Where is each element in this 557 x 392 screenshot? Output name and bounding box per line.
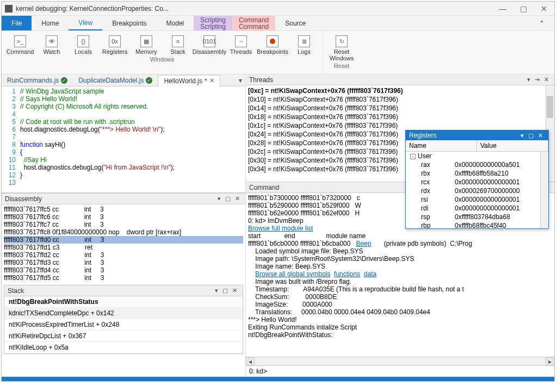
register-row[interactable]: rsi0x0000000000000001 [406, 195, 548, 204]
code-editor[interactable]: 1// WinDbg JavaScript sample 2// Says He… [2, 86, 245, 193]
disassembly-row[interactable]: fffff803`7617ffd0 cc int 3 [4, 236, 243, 244]
menu-file[interactable]: File [2, 16, 32, 30]
panel-close-button[interactable]: ✕ [542, 76, 551, 83]
horizontal-scrollbar[interactable]: ◂ ▸ [246, 357, 554, 365]
disassembly-row[interactable]: fffff803`7617ffc5 cc int 3 [4, 206, 243, 213]
col-name[interactable]: Name [406, 140, 477, 151]
register-row[interactable]: rax0x000000000000a501 [406, 160, 548, 169]
register-row[interactable]: rbp0xffffb68ffbc45f40 [406, 221, 548, 228]
panel-close-button[interactable]: ✕ [233, 195, 242, 202]
ribbon-group-reset: Reset [323, 63, 360, 71]
scroll-left-button[interactable]: ◂ [246, 357, 255, 365]
window-controls: — ▢ ✕ [496, 4, 551, 13]
stack-row[interactable]: nt!KiProcessExpiredTimerList + 0x248 [4, 319, 243, 331]
tab-duplicatedatamodel[interactable]: DuplicateDataModel.js✓ [73, 75, 158, 86]
locals-icon: {} [77, 35, 89, 47]
browse-symbols-link[interactable]: Browse all global symbols [255, 270, 330, 278]
breakpoints-button[interactable]: Breakpoints [258, 34, 287, 56]
menu-scripting[interactable]: ScriptingScripting [194, 16, 232, 30]
maximize-button[interactable]: ▢ [516, 4, 530, 13]
disassembly-row[interactable]: fffff803`7617ffc7 cc int 3 [4, 221, 243, 228]
menu-source[interactable]: Source [275, 16, 315, 30]
tab-helloworld[interactable]: HelloWorld.js*✕ [158, 75, 220, 87]
window-title: kernel debugging: KernelConnectionProper… [16, 5, 496, 13]
disassembly-row[interactable]: fffff803`7617ffd3 cc int 3 [4, 259, 243, 266]
tab-runcommands[interactable]: RunCommands.js✓ [2, 75, 73, 86]
stack-row[interactable]: nt!KiRetireDpcList + 0x367 [4, 331, 243, 342]
stack-button[interactable]: ≡Stack [164, 34, 192, 56]
locals-button[interactable]: {}Locals [69, 34, 97, 56]
close-button[interactable]: ✕ [537, 4, 551, 13]
scrollbar-thumb[interactable] [547, 96, 553, 118]
app-icon [5, 5, 13, 13]
panel-close-button[interactable]: ✕ [230, 287, 239, 294]
stack-row[interactable]: kdnic!TXSendCompleteDpc + 0x142 [4, 308, 243, 319]
panel-menu-button[interactable]: ▾ [525, 76, 533, 83]
thread-row[interactable]: [0xc] = nt!KiSwapContext+0x76 (fffff803`… [248, 86, 552, 95]
register-row[interactable]: rdi0x0000000000000001 [406, 204, 548, 213]
command-input[interactable]: 0: kd> [246, 365, 554, 377]
thread-row[interactable]: [0x18] = nt!KiSwapContext+0x76 (fffff803… [248, 113, 552, 121]
stack-row[interactable]: nt!DbgBreakPointWithStatus [4, 296, 243, 308]
thread-row[interactable]: [0x14] = nt!KiSwapContext+0x76 (fffff803… [248, 104, 552, 113]
disassembly-row[interactable]: fffff803`7617ffd2 cc int 3 [4, 251, 243, 259]
thread-row[interactable]: [0x1c] = nt!KiSwapContext+0x76 (fffff803… [248, 121, 552, 130]
disassembly-row[interactable]: fffff803`7617ffc6 cc int 3 [4, 213, 243, 221]
registers-body[interactable]: -User rax0x000000000000a501rbx0xffffb68f… [406, 152, 548, 228]
register-row[interactable]: rdx0x0000269700000000 [406, 186, 548, 195]
panel-menu-button[interactable]: ▾ [518, 132, 526, 139]
disassembly-button[interactable]: 0101Disassembly [195, 34, 224, 56]
scroll-right-button[interactable]: ▸ [546, 357, 554, 365]
disassembly-row[interactable]: fffff803`7617ffc8 0f1f840000000000 nop d… [4, 228, 243, 236]
registers-window[interactable]: Registers ▾ ▢ ✕ Name Value -User rax0x00… [405, 130, 549, 229]
register-group[interactable]: -User [406, 152, 548, 160]
stack-body[interactable]: nt!DbgBreakPointWithStatus kdnic!TXSendC… [4, 296, 243, 353]
register-row[interactable]: rcx0x0000000000000001 [406, 178, 548, 186]
panel-menu-button[interactable]: ▾ [215, 195, 223, 202]
module-link[interactable]: Beep [356, 240, 371, 247]
menu-command[interactable]: CommandCommand [232, 16, 275, 30]
titlebar: kernel debugging: KernelConnectionProper… [2, 2, 554, 16]
threads-button[interactable]: ⎓Threads [227, 34, 255, 56]
registers-button[interactable]: 0xRegisters [101, 34, 129, 56]
thread-row[interactable]: [0x10] = nt!KiSwapContext+0x76 (fffff803… [248, 95, 552, 104]
panel-pin-button[interactable]: ⇥ [533, 76, 542, 83]
panel-maximize-button[interactable]: ▢ [526, 132, 536, 139]
disassembly-icon: 0101 [203, 35, 215, 47]
menu-view[interactable]: View [69, 16, 102, 30]
command-button[interactable]: >_Command [6, 34, 34, 56]
watch-button[interactable]: 👁Watch [38, 34, 66, 56]
tab-overflow-button[interactable]: ▾ [236, 77, 245, 84]
menubar: File Home View Breakpoints Model Scripti… [2, 16, 554, 31]
col-value[interactable]: Value [477, 140, 548, 151]
register-row[interactable]: rbx0xffffb68ffb58a210 [406, 169, 548, 178]
disassembly-body[interactable]: fffff803`7617ffc5 cc int 3fffff803`7617f… [2, 204, 245, 283]
disassembly-row[interactable]: fffff803`7617ffd4 cc int 3 [4, 266, 243, 274]
ribbon: >_Command👁Watch{}Locals0xRegisters▦Memor… [2, 31, 554, 74]
menu-breakpoints[interactable]: Breakpoints [102, 16, 156, 30]
panel-maximize-button[interactable]: ▢ [223, 195, 233, 202]
logs-button[interactable]: ≣Logs [290, 34, 318, 56]
close-icon[interactable]: ✕ [209, 77, 214, 84]
browse-modules-link[interactable]: Browse full module list [248, 225, 313, 232]
scrollbar[interactable] [540, 152, 548, 228]
panel-close-button[interactable]: ✕ [536, 132, 545, 139]
register-row[interactable]: rsp0xfffff803784dba68 [406, 213, 548, 221]
disassembly-title: Disassembly [5, 195, 215, 203]
disassembly-row[interactable]: fffff803`7617ffd1 c3 ret [4, 244, 243, 251]
breakpoints-icon [267, 35, 278, 47]
memory-button[interactable]: ▦Memory [132, 34, 160, 56]
panel-maximize-button[interactable]: ▢ [220, 287, 230, 294]
data-link[interactable]: data [364, 270, 376, 278]
stack-row[interactable]: nt!KiIdleLoop + 0x5a [4, 342, 243, 353]
functions-link[interactable]: functions [334, 270, 360, 278]
collapse-icon[interactable]: - [410, 154, 416, 159]
disassembly-row[interactable]: fffff803`7617ffd5 cc int 3 [4, 274, 243, 282]
minimize-button[interactable]: — [496, 4, 510, 13]
menu-model[interactable]: Model [157, 16, 194, 30]
menu-home[interactable]: Home [32, 16, 69, 30]
ribbon-collapse-button[interactable]: ⌃ [529, 16, 554, 30]
reset-windows-button[interactable]: Reset Windows [327, 34, 356, 63]
registers-titlebar[interactable]: Registers ▾ ▢ ✕ [406, 130, 548, 140]
panel-menu-button[interactable]: ▾ [213, 287, 220, 294]
